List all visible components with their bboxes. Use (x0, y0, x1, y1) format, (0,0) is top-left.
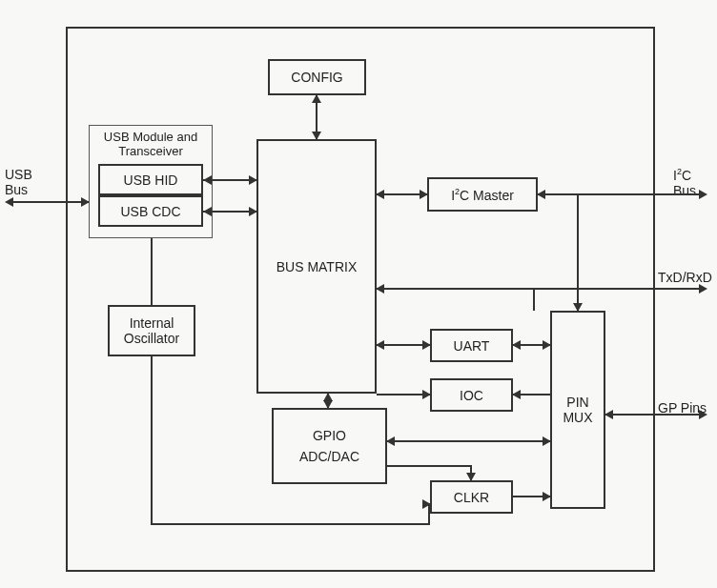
label-i2c-master: I2C Master (451, 187, 514, 203)
arrow-cdc-l (203, 207, 212, 216)
conn-txd-drop (533, 288, 535, 311)
label-gpio-adcdac: GPIO ADC/DAC (299, 425, 359, 468)
label-clkr: CLKR (454, 490, 489, 505)
arrow-i2cext-r (699, 190, 707, 199)
conn-usb-osc (151, 238, 153, 305)
conn-pinmux-gp (605, 414, 706, 416)
label-usb-cdc: USB CDC (120, 204, 180, 219)
block-uart: UART (430, 329, 513, 362)
arrow-gp-r (543, 436, 551, 446)
arrow-i2c-pinmux-d (573, 303, 583, 312)
label-config: CONFIG (291, 70, 342, 85)
label-internal-oscillator: Internal Oscillator (124, 315, 179, 346)
label-uart: UART (454, 338, 490, 354)
arrow-gc-d (466, 473, 476, 481)
arrow-up-r (543, 340, 551, 350)
block-i2c-master: I2C Master (427, 177, 538, 212)
block-usb-cdc: USB CDC (98, 195, 203, 227)
conn-usb-ext (12, 201, 89, 203)
arrow-gp-l (386, 436, 395, 446)
block-config: CONFIG (268, 59, 366, 95)
block-internal-oscillator: Internal Oscillator (108, 305, 195, 356)
arrow-txd-r (699, 284, 707, 294)
arrow-oc-into-clkr (422, 499, 431, 509)
arrow-hid-l (203, 175, 212, 185)
conn-i2c-ext (538, 193, 706, 195)
arrow-cp-r (543, 492, 551, 501)
block-pin-mux: PIN MUX (550, 311, 605, 509)
conn-i2c-pinmux-v (577, 193, 579, 311)
block-ioc: IOC (430, 378, 513, 412)
diagram-canvas: USB Bus I2CBus TxD/RxD GP Pins USB Modul… (0, 0, 717, 588)
label-bus-matrix: BUS MATRIX (277, 259, 358, 274)
label-usb-bus: USB Bus (5, 167, 32, 197)
arrow-cdc-r (249, 207, 257, 216)
arrow-hid-r (249, 175, 257, 185)
arrow-usb-ext-l (5, 197, 13, 207)
arrow-config-u (312, 94, 321, 103)
arrow-gpext-l (604, 410, 613, 419)
block-clkr: CLKR (430, 480, 513, 514)
conn-osc-clkr-h (151, 523, 430, 525)
conn-txdrxd (377, 288, 706, 290)
label-ioc: IOC (460, 388, 483, 403)
label-usb-hid: USB HID (124, 172, 178, 188)
arrow-config-d (312, 132, 321, 140)
label-txd-rxd: TxD/RxD (658, 270, 712, 285)
arrow-bu-l (376, 340, 384, 350)
arrow-i2cext-l (537, 190, 545, 199)
label-pin-mux: PIN MUX (563, 395, 592, 425)
arrow-bu-r (422, 340, 431, 350)
usb-module-title: USB Module and Transceiver (90, 130, 212, 158)
arrow-pio-l (512, 390, 521, 399)
arrow-txd-l (376, 284, 384, 294)
block-gpio-adcdac: GPIO ADC/DAC (272, 408, 387, 484)
arrow-up-l (512, 340, 521, 350)
arrow-bio-r (422, 390, 431, 399)
conn-osc-clkr-v (151, 356, 153, 523)
arrow-bus-i2c-r (420, 190, 428, 199)
block-bus-matrix: BUS MATRIX (256, 139, 377, 394)
arrow-gpext-r (699, 410, 707, 419)
arrow-bus-i2c-l (376, 190, 384, 199)
conn-gpio-pinmux (387, 440, 550, 442)
block-usb-hid: USB HID (98, 164, 203, 195)
arrow-bg-d (323, 400, 333, 409)
conn-gpio-clkr-h (387, 465, 471, 467)
arrow-usb-ext-r (81, 197, 90, 207)
